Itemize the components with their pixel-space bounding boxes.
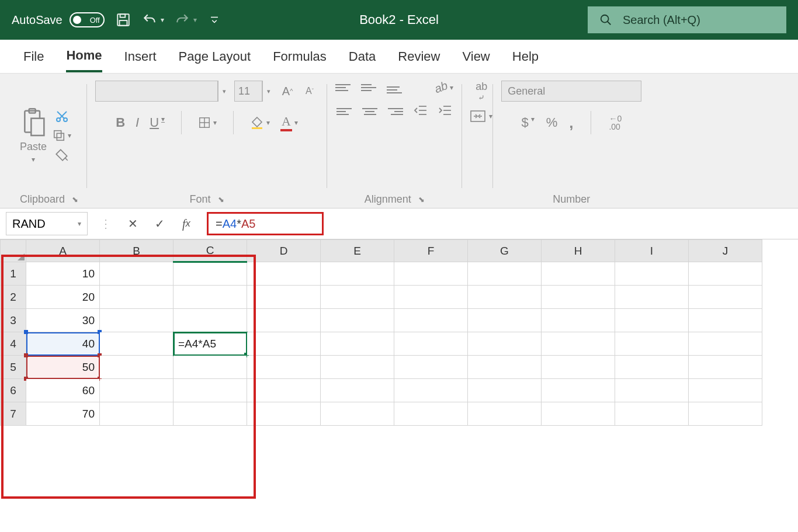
cell-a4[interactable]: 40 [26, 332, 100, 356]
tab-view[interactable]: View [462, 42, 490, 71]
decrease-indent-icon[interactable] [414, 105, 428, 119]
cell-i4[interactable] [615, 332, 689, 356]
align-left-icon[interactable] [336, 106, 352, 117]
cell-a6[interactable]: 60 [26, 379, 100, 402]
row-header-6[interactable]: 6 [1, 379, 26, 402]
enter-icon[interactable]: ✓ [150, 214, 169, 234]
cell-g5[interactable] [468, 356, 542, 379]
copy-button[interactable]: ▾ [53, 129, 71, 142]
row-header-3[interactable]: 3 [1, 309, 26, 332]
cell-g4[interactable] [468, 332, 542, 356]
cell-i2[interactable] [615, 286, 689, 309]
search-input[interactable]: Search (Alt+Q) [588, 6, 786, 33]
tab-file[interactable]: File [23, 42, 44, 71]
cell-c3[interactable] [174, 309, 247, 332]
increase-decimal-icon[interactable]: ←0.00 [609, 114, 622, 131]
tab-home[interactable]: Home [66, 41, 102, 72]
cell-i6[interactable] [615, 379, 689, 402]
cell-b1[interactable] [100, 262, 174, 286]
number-format-select[interactable]: General [501, 81, 641, 102]
underline-button[interactable]: U▾ [150, 115, 165, 130]
cell-e6[interactable] [321, 379, 394, 402]
cell-e7[interactable] [321, 402, 394, 426]
tab-formulas[interactable]: Formulas [273, 42, 327, 71]
row-header-4[interactable]: 4 [1, 332, 26, 356]
fill-color-button[interactable]: ▾ [250, 116, 270, 130]
cell-j3[interactable] [689, 309, 762, 332]
cell-h4[interactable] [542, 332, 615, 356]
cell-f1[interactable] [394, 262, 468, 286]
cell-c4[interactable]: =A4*A5 [174, 332, 247, 356]
cell-h3[interactable] [542, 309, 615, 332]
row-header-5[interactable]: 5 [1, 356, 26, 379]
tab-help[interactable]: Help [512, 42, 539, 71]
cell-f4[interactable] [394, 332, 468, 356]
align-center-icon[interactable] [362, 106, 377, 117]
cell-b6[interactable] [100, 379, 174, 402]
tab-page-layout[interactable]: Page Layout [179, 42, 251, 71]
cell-h2[interactable] [542, 286, 615, 309]
bold-button[interactable]: B [116, 115, 125, 130]
autosave-toggle[interactable]: Off [70, 12, 105, 27]
italic-button[interactable]: I [136, 115, 139, 130]
cell-d2[interactable] [247, 286, 321, 309]
cell-f7[interactable] [394, 402, 468, 426]
chevron-down-icon[interactable]: ▾ [218, 81, 230, 102]
cut-icon[interactable] [55, 109, 69, 123]
cell-b7[interactable] [100, 402, 174, 426]
cell-c2[interactable] [174, 286, 247, 309]
cell-g6[interactable] [468, 379, 542, 402]
cell-a2[interactable]: 20 [26, 286, 100, 309]
cell-a5[interactable]: 50 [26, 356, 100, 379]
col-header-e[interactable]: E [321, 240, 394, 262]
orientation-button[interactable]: ab▾ [435, 81, 453, 94]
cell-d5[interactable] [247, 356, 321, 379]
cell-g3[interactable] [468, 309, 542, 332]
tab-review[interactable]: Review [398, 42, 440, 71]
formula-input[interactable]: =A4*A5 [207, 212, 324, 235]
align-bottom-icon[interactable] [387, 85, 402, 95]
dialog-launcher-icon[interactable]: ⬊ [72, 195, 78, 204]
cell-d4[interactable] [247, 332, 321, 356]
row-header-1[interactable]: 1 [1, 262, 26, 286]
cell-b5[interactable] [100, 356, 174, 379]
tab-data[interactable]: Data [349, 42, 376, 71]
qat-customize-icon[interactable] [207, 15, 221, 25]
cell-a1[interactable]: 10 [26, 262, 100, 286]
cell-f6[interactable] [394, 379, 468, 402]
cell-g2[interactable] [468, 286, 542, 309]
cell-b3[interactable] [100, 309, 174, 332]
format-painter-icon[interactable] [54, 148, 70, 162]
cell-i3[interactable] [615, 309, 689, 332]
col-header-i[interactable]: I [615, 240, 689, 262]
cell-a3[interactable]: 30 [26, 309, 100, 332]
chevron-down-icon[interactable]: ▾ [193, 16, 197, 24]
cell-j1[interactable] [689, 262, 762, 286]
cell-e2[interactable] [321, 286, 394, 309]
cell-d1[interactable] [247, 262, 321, 286]
cell-h5[interactable] [542, 356, 615, 379]
font-color-button[interactable]: A▾ [280, 114, 298, 131]
col-header-h[interactable]: H [542, 240, 615, 262]
cell-e1[interactable] [321, 262, 394, 286]
decrease-font-icon[interactable]: Aˇ [301, 82, 318, 100]
cell-d6[interactable] [247, 379, 321, 402]
cell-i1[interactable] [615, 262, 689, 286]
cell-j6[interactable] [689, 379, 762, 402]
col-header-g[interactable]: G [468, 240, 542, 262]
cell-c6[interactable] [174, 379, 247, 402]
row-header-2[interactable]: 2 [1, 286, 26, 309]
cell-e4[interactable] [321, 332, 394, 356]
cell-j2[interactable] [689, 286, 762, 309]
cell-i5[interactable] [615, 356, 689, 379]
tab-insert[interactable]: Insert [124, 42, 157, 71]
chevron-down-icon[interactable]: ▾ [32, 155, 35, 164]
cell-c1[interactable] [174, 262, 247, 286]
cell-b2[interactable] [100, 286, 174, 309]
cell-c7[interactable] [174, 402, 247, 426]
cell-g7[interactable] [468, 402, 542, 426]
cell-h1[interactable] [542, 262, 615, 286]
increase-indent-icon[interactable] [438, 105, 452, 119]
col-header-f[interactable]: F [394, 240, 468, 262]
cell-c5[interactable] [174, 356, 247, 379]
